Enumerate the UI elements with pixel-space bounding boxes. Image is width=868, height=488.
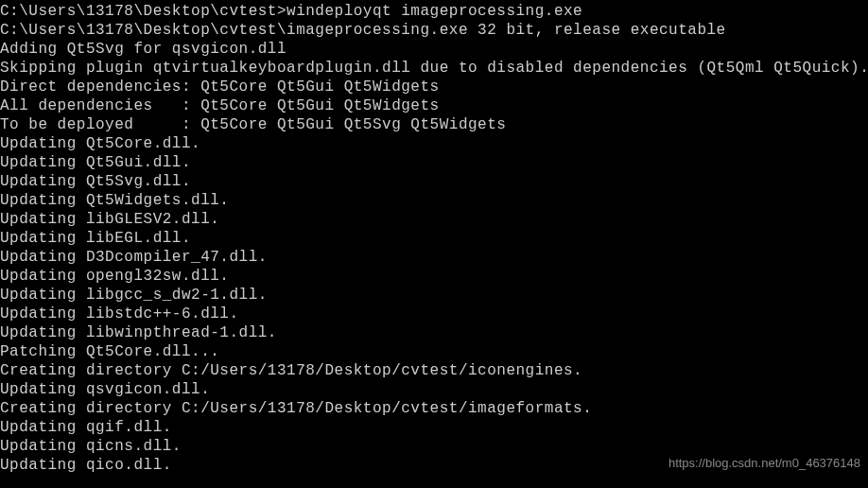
- terminal-line: Updating qsvgicon.dll.: [0, 380, 868, 399]
- terminal-line: All dependencies : Qt5Core Qt5Gui Qt5Wid…: [0, 96, 868, 115]
- terminal-line: Updating libstdc++-6.dll.: [0, 305, 868, 323]
- terminal-line: Updating Qt5Svg.dll.: [0, 172, 868, 191]
- terminal-line: Updating Qt5Gui.dll.: [0, 153, 868, 172]
- watermark-text: https://blog.csdn.net/m0_46376148: [668, 456, 860, 471]
- terminal-line: Updating opengl32sw.dll.: [0, 267, 868, 286]
- terminal-line: Skipping plugin qtvirtualkeyboardplugin.…: [0, 59, 868, 78]
- terminal-output: C:\Users\13178\Desktop\cvtest>windeployq…: [0, 2, 868, 475]
- terminal-line: Creating directory C:/Users/13178/Deskto…: [0, 361, 868, 380]
- terminal-line: Adding Qt5Svg for qsvgicon.dll: [0, 40, 868, 59]
- terminal-line: Creating directory C:/Users/13178/Deskto…: [0, 399, 868, 418]
- terminal-line: Updating Qt5Core.dll.: [0, 134, 868, 153]
- terminal-line: Updating qicns.dll.: [0, 437, 868, 456]
- terminal-line: Updating D3Dcompiler_47.dll.: [0, 248, 868, 267]
- terminal-line: Updating libEGL.dll.: [0, 229, 868, 248]
- terminal-line: Direct dependencies: Qt5Core Qt5Gui Qt5W…: [0, 78, 868, 96]
- terminal-line: Updating libgcc_s_dw2-1.dll.: [0, 286, 868, 305]
- terminal-line: Updating libwinpthread-1.dll.: [0, 323, 868, 342]
- terminal-line: Updating Qt5Widgets.dll.: [0, 191, 868, 210]
- terminal-line: Updating qgif.dll.: [0, 418, 868, 437]
- terminal-line: To be deployed : Qt5Core Qt5Gui Qt5Svg Q…: [0, 115, 868, 134]
- terminal-line: C:\Users\13178\Desktop\cvtest\imageproce…: [0, 21, 868, 40]
- terminal-line: C:\Users\13178\Desktop\cvtest>windeployq…: [0, 2, 868, 21]
- terminal-line: Updating libGLESV2.dll.: [0, 210, 868, 229]
- terminal-line: Patching Qt5Core.dll...: [0, 342, 868, 361]
